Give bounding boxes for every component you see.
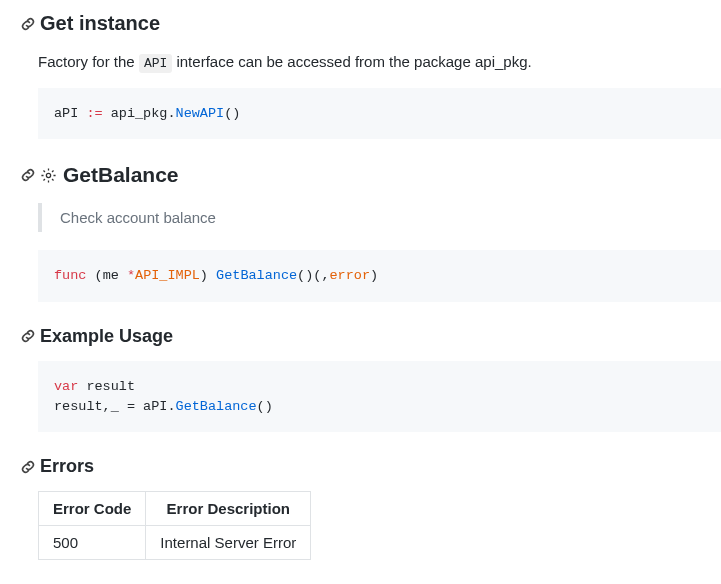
- code-get-instance: aPI := api_pkg.NewAPI(): [38, 88, 721, 140]
- th-error-desc: Error Description: [146, 492, 311, 526]
- link-icon[interactable]: [20, 328, 36, 344]
- link-icon[interactable]: [20, 167, 36, 183]
- heading-text: Get instance: [40, 12, 160, 35]
- code-example-usage: var result result,_ = aPI.GetBalance(): [38, 361, 721, 432]
- link-icon[interactable]: [20, 459, 36, 475]
- code-get-balance: func (me *API_IMPL) GetBalance()(,error): [38, 250, 721, 302]
- svg-point-0: [46, 173, 50, 177]
- th-error-code: Error Code: [39, 492, 146, 526]
- inline-code-api: API: [139, 54, 172, 73]
- table-header-row: Error Code Error Description: [39, 492, 311, 526]
- heading-text: Example Usage: [40, 326, 173, 347]
- heading-errors: Errors: [20, 456, 721, 477]
- heading-get-balance: GetBalance: [20, 163, 721, 187]
- td-error-desc: Internal Server Error: [146, 526, 311, 560]
- get-balance-quote: Check account balance: [38, 203, 721, 232]
- heading-get-instance: Get instance: [20, 12, 721, 35]
- heading-text: Errors: [40, 456, 94, 477]
- table-row: 500 Internal Server Error: [39, 526, 311, 560]
- gear-icon: [40, 167, 57, 184]
- link-icon[interactable]: [20, 16, 36, 32]
- heading-example-usage: Example Usage: [20, 326, 721, 347]
- errors-table: Error Code Error Description 500 Interna…: [38, 491, 311, 560]
- get-instance-paragraph: Factory for the API interface can be acc…: [38, 51, 721, 74]
- heading-text: GetBalance: [63, 163, 179, 187]
- td-error-code: 500: [39, 526, 146, 560]
